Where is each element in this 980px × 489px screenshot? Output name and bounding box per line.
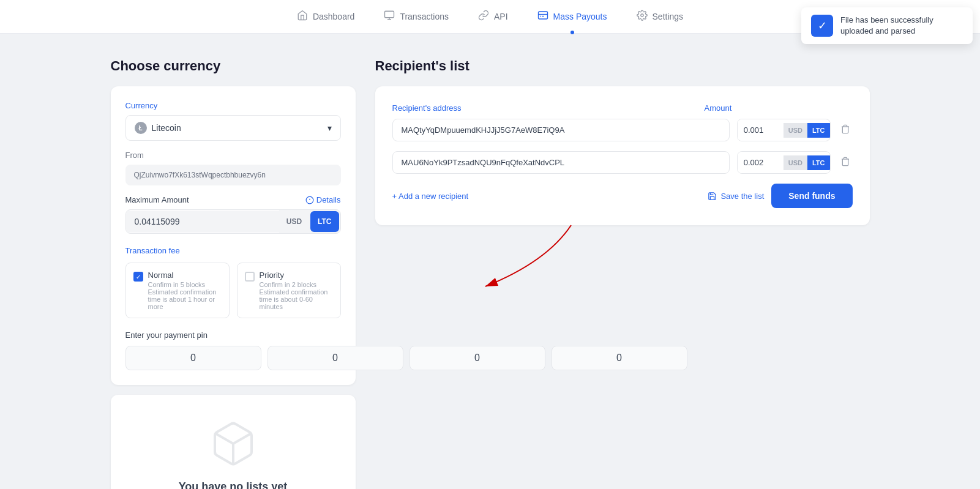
normal-title: Normal	[148, 271, 222, 280]
details-link[interactable]: Details	[305, 195, 341, 204]
right-column: Recipient's list Recipient's address Amo…	[375, 58, 870, 489]
transactions-icon	[384, 10, 395, 23]
save-list-button[interactable]: Save the list	[708, 192, 764, 201]
from-address: QjZuivnwo7fXk613stWqpectbhbuezvy6n	[125, 165, 341, 185]
nav-transactions-label: Transactions	[400, 12, 449, 21]
left-column: Choose currency Currency Ł Litecoin ▾ Fr…	[111, 58, 356, 489]
nav-api-label: API	[494, 12, 508, 21]
priority-checkbox[interactable]	[245, 272, 255, 282]
no-lists-text: You have no lists yet	[125, 480, 341, 489]
svg-point-4	[640, 14, 643, 17]
recipient-row-2: USD LTC	[392, 151, 853, 174]
pin-inputs	[125, 346, 341, 370]
nav-transactions[interactable]: Transactions	[384, 7, 449, 26]
currency-card: Currency Ł Litecoin ▾ From QjZuivnwo7fXk…	[111, 86, 356, 385]
nav-mass-payouts-label: Mass Payouts	[553, 12, 607, 21]
delete-recipient-1[interactable]	[838, 122, 853, 139]
save-icon	[708, 192, 717, 201]
usd-toggle-btn[interactable]: USD	[279, 210, 309, 233]
add-recipient-button[interactable]: + Add a new recipient	[392, 192, 469, 201]
no-lists-card: You have no lists yet	[111, 395, 356, 489]
amount-col-header: Amount	[705, 103, 827, 113]
svg-rect-3	[538, 12, 547, 19]
recipients-header: Recipient's address Amount	[392, 103, 853, 116]
currency-label: Currency	[125, 101, 341, 110]
recipients-card: Recipient's address Amount USD LTC	[375, 86, 870, 225]
max-amount-label: Maximum Amount	[125, 195, 189, 204]
mass-payouts-icon	[537, 10, 548, 23]
normal-fee-option[interactable]: ✓ Normal Confirm in 5 blocksEstimated co…	[125, 263, 230, 318]
currency-value: Litecoin	[152, 123, 181, 133]
toast-message: File has been successfully uploaded and …	[840, 15, 963, 37]
settings-icon	[637, 10, 648, 23]
chevron-down-icon: ▾	[327, 123, 332, 133]
send-funds-button[interactable]: Send funds	[771, 184, 852, 208]
nav-dashboard[interactable]: Dashboard	[297, 7, 355, 26]
priority-title: Priority	[260, 271, 333, 280]
usd-badge-1: USD	[784, 123, 807, 138]
address-col-header: Recipient's address	[392, 103, 697, 113]
recipient-address-1[interactable]	[392, 119, 730, 141]
currency-dropdown[interactable]: Ł Litecoin ▾	[125, 115, 341, 141]
nav-settings[interactable]: Settings	[637, 7, 684, 26]
api-icon	[478, 10, 489, 23]
recipient-amount-2[interactable]	[738, 152, 784, 173]
fee-options: ✓ Normal Confirm in 5 blocksEstimated co…	[125, 263, 341, 318]
recipient-amount-group-2: USD LTC	[737, 151, 831, 174]
pin-label: Enter your payment pin	[125, 330, 341, 340]
from-label: From	[125, 151, 341, 160]
usd-badge-2: USD	[784, 155, 807, 170]
toast-check-icon: ✓	[811, 15, 833, 37]
arrow-annotation	[375, 219, 870, 299]
recipient-amount-group-1: USD LTC	[737, 119, 831, 141]
actions-row: + Add a new recipient Save the list Send…	[392, 184, 853, 208]
right-title: Recipient's list	[375, 58, 870, 74]
main-content: Choose currency Currency Ł Litecoin ▾ Fr…	[62, 34, 919, 489]
ltc-badge-1: LTC	[807, 123, 830, 138]
arrow-svg	[375, 219, 620, 299]
normal-desc: Confirm in 5 blocksEstimated confirmatio…	[148, 281, 217, 310]
recipient-amount-1[interactable]	[738, 119, 784, 141]
recipient-address-2[interactable]	[392, 151, 730, 174]
nav-settings-label: Settings	[653, 12, 684, 21]
max-amount-field[interactable]	[126, 211, 279, 233]
ltc-badge-2: LTC	[807, 155, 830, 170]
tx-fee-label: Transaction fee	[125, 246, 341, 255]
toast-notification: ✓ File has been successfully uploaded an…	[801, 7, 973, 44]
ltc-toggle-btn[interactable]: LTC	[310, 211, 339, 232]
recipient-row-1: USD LTC	[392, 119, 853, 141]
nav-dashboard-label: Dashboard	[313, 12, 355, 21]
max-amount-input-row: USD LTC	[125, 209, 341, 234]
normal-checkbox[interactable]: ✓	[133, 272, 143, 282]
priority-desc: Confirm in 2 blocksEstimated confirmatio…	[260, 281, 328, 310]
box-icon	[209, 419, 258, 468]
dashboard-icon	[297, 10, 308, 23]
priority-fee-option[interactable]: Priority Confirm in 2 blocksEstimated co…	[237, 263, 341, 318]
ltc-coin-icon: Ł	[135, 122, 147, 134]
delete-recipient-2[interactable]	[838, 154, 853, 171]
pin-input-1[interactable]	[125, 346, 261, 370]
nav-mass-payouts[interactable]: Mass Payouts	[537, 7, 607, 26]
nav-api[interactable]: API	[478, 7, 508, 26]
svg-rect-0	[385, 11, 394, 18]
left-title: Choose currency	[111, 58, 356, 74]
